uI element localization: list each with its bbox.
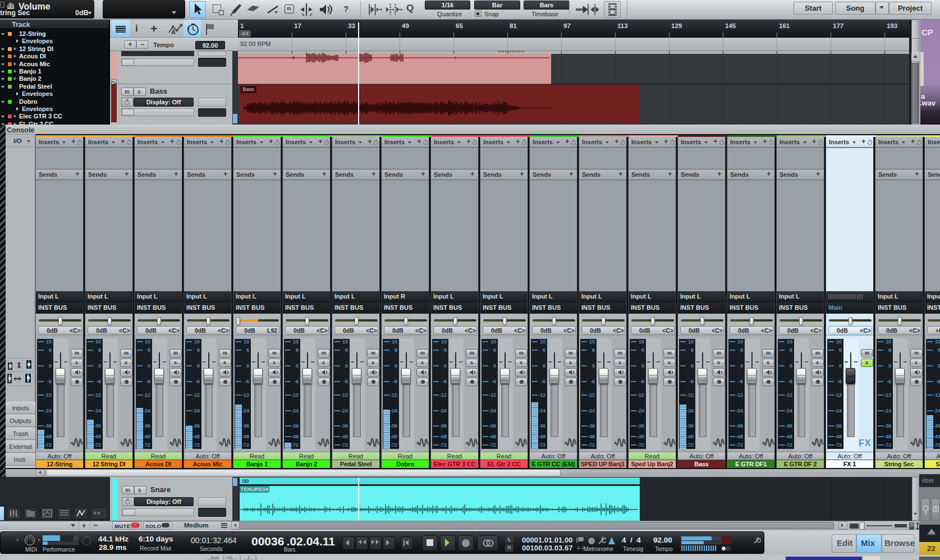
svg-text:A: A: [171, 29, 176, 35]
